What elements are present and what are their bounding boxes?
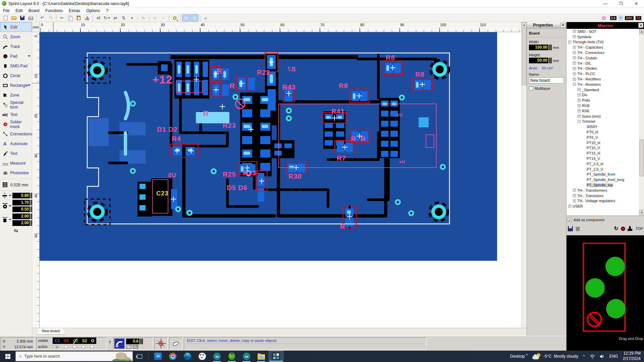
tree-item-pt6-v[interactable]: PT6_V — [567, 135, 639, 140]
board-height-field[interactable]: 50.00 — [529, 58, 548, 63]
taskbar-arduino-2[interactable]: ∞ — [239, 351, 254, 362]
grid-setting[interactable]: 0.025 mm — [0, 180, 32, 190]
dropdown-icon[interactable] — [28, 84, 31, 86]
tree-item-th-resistors[interactable]: −TH - Resistors — [567, 82, 639, 87]
tree-item-symbols[interactable]: +Symbols — [567, 34, 639, 40]
expand-icon[interactable]: + — [573, 67, 576, 70]
print-button[interactable] — [27, 14, 35, 21]
layer-active-radios[interactable] — [53, 344, 96, 350]
board-width-field[interactable]: 100.00 — [529, 45, 548, 50]
wifi-icon[interactable] — [590, 354, 595, 359]
menu-functions[interactable]: Functions — [42, 8, 66, 14]
menu-[interactable]: ? — [103, 8, 111, 14]
open-button[interactable] — [10, 14, 18, 21]
collapse-icon[interactable]: − — [578, 120, 581, 123]
tree-item-th-rectifiers[interactable]: +TH - Rectifiers — [567, 76, 639, 82]
expand-icon[interactable]: + — [573, 35, 576, 38]
volume-icon[interactable] — [600, 354, 605, 359]
macro-save-icon[interactable] — [568, 226, 573, 231]
tree-item-pt10-v[interactable]: PT10_V — [567, 145, 639, 151]
magnet-off-button[interactable]: ∩ — [159, 14, 167, 21]
stamp-button[interactable] — [83, 14, 91, 21]
layer-chip-s2[interactable]: S2 — [82, 339, 87, 343]
layer-help-link[interactable]: ? — [109, 340, 111, 345]
tree-item-3059y[interactable]: 3059Y — [567, 124, 639, 129]
scroll-up-icon[interactable]: ▲ — [522, 22, 527, 27]
tree-item-th-connectors[interactable]: +TH - Connectors — [567, 50, 639, 55]
tree-item-th-dil[interactable]: +TH - DIL — [567, 61, 639, 66]
tree-item-potis[interactable]: +Potis — [567, 98, 639, 103]
layer-active-radio-o[interactable] — [90, 345, 94, 349]
task-view-button[interactable] — [133, 351, 146, 362]
sidebar-tool-photoview[interactable]: Photoview — [0, 168, 32, 178]
macro-refresh-icon[interactable]: ↻ — [614, 226, 618, 231]
duplicate-button[interactable]: x2 — [95, 14, 102, 21]
expand-icon[interactable]: + — [573, 78, 576, 81]
tray-chevron-icon[interactable]: ^ — [583, 354, 585, 359]
menu-file[interactable]: File — [0, 8, 12, 14]
paste-button[interactable] — [75, 14, 83, 21]
rotate-dropdown-icon[interactable] — [108, 17, 110, 19]
tree-item-smd-sot[interactable]: +SMD - SOT — [567, 29, 639, 34]
menu-board[interactable]: Board — [25, 8, 42, 14]
expand-icon[interactable]: + — [573, 62, 576, 65]
language-indicator[interactable]: ENG — [609, 354, 618, 359]
tree-item-through-hole-th-[interactable]: −Through-Hole (TH) — [567, 40, 639, 45]
pad-drill-field[interactable]: 0.50 — [12, 206, 30, 212]
tree-item-pt15-v[interactable]: PT15_V — [567, 156, 639, 161]
tree-item-pt-2-5-v[interactable]: PT_2,5_V — [567, 167, 639, 172]
scroll-thumb[interactable] — [522, 28, 527, 85]
tree-item-rxe[interactable]: +RXE — [567, 108, 639, 114]
tree-item-pt-spindle-front-long[interactable]: PT_Spindle_front_long — [567, 177, 639, 182]
expand-icon[interactable]: + — [573, 194, 576, 197]
taskbar-sprint-green[interactable] — [224, 351, 239, 362]
expand-icon[interactable]: + — [573, 30, 576, 33]
sidebar-tool-track[interactable]: Track — [0, 42, 32, 51]
hatch-pattern-icon[interactable] — [126, 345, 131, 349]
desktop-toolbar[interactable]: Desktop» — [510, 354, 528, 359]
cut-button[interactable]: ✂ — [58, 14, 66, 21]
tree-item--standard[interactable]: +_Standard — [567, 87, 639, 93]
close-button[interactable]: ✕ — [629, 0, 644, 7]
minimize-button[interactable]: — — [598, 0, 613, 7]
track-tool-icon[interactable] — [114, 339, 124, 349]
dropdown-icon[interactable] — [9, 219, 11, 221]
tree-item-th-transistors[interactable]: +TH - Transistors — [567, 193, 639, 198]
tree-item-th-plcc[interactable]: +TH - PLCC — [567, 71, 639, 76]
layer-active-radio-s1[interactable] — [64, 345, 68, 349]
canvas-vertical-scrollbar[interactable]: ▲ ▼ — [521, 22, 527, 336]
scale-1-1-button[interactable]: 1:1 — [610, 16, 616, 20]
solder-blob-tool-box[interactable] — [169, 337, 182, 350]
board-name-input[interactable]: New board — [529, 77, 564, 83]
macro-delete-icon[interactable] — [576, 226, 580, 231]
taskbar-edge[interactable] — [180, 351, 195, 362]
swap-dimensions-icon[interactable]: ⇆ — [0, 228, 32, 234]
sidebar-tool-zone[interactable]: Zone — [0, 90, 32, 100]
taskbar-chrome[interactable] — [165, 351, 180, 362]
menu-edit[interactable]: Edit — [12, 8, 25, 14]
taskbar-mail[interactable]: ✉ — [151, 351, 165, 362]
tree-item-th-diodes[interactable]: +TH - Diodes — [567, 66, 639, 71]
align-button[interactable]: + — [128, 14, 136, 21]
expand-icon[interactable]: + — [578, 104, 581, 107]
tree-scroll-down-icon[interactable]: ▼ — [639, 210, 644, 215]
sidebar-tool-connections[interactable]: Connections — [0, 129, 32, 139]
maximize-button[interactable]: ❐ — [613, 0, 629, 7]
layer-active-radio-c1[interactable] — [55, 345, 59, 349]
layer-chip-o[interactable]: O — [91, 339, 94, 343]
tree-item-th-capacitors[interactable]: +TH - Capacitors — [567, 45, 639, 50]
track-width-spinner[interactable] — [140, 339, 143, 344]
dropdown-icon[interactable] — [9, 205, 11, 207]
hatch-pattern-dense-icon[interactable] — [133, 345, 138, 349]
copy-button[interactable] — [66, 14, 74, 21]
sidebar-tool-measure[interactable]: Measure — [0, 158, 32, 168]
expand-icon[interactable]: + — [578, 99, 581, 102]
tree-item-trimmer[interactable]: −Trimmer — [567, 119, 639, 124]
tree-item-pt-spindle-front[interactable]: PT_Spindle_front — [567, 172, 639, 177]
tree-item-th-crytals[interactable]: +TH - Crytals — [567, 55, 639, 61]
macro-preview[interactable]: Drag and Drop — [567, 235, 644, 351]
grid-track-width-field[interactable]: 0.6 — [126, 339, 140, 344]
expand-icon[interactable]: + — [573, 72, 576, 75]
start-button[interactable] — [0, 351, 15, 362]
menu-options[interactable]: Options — [83, 8, 103, 14]
